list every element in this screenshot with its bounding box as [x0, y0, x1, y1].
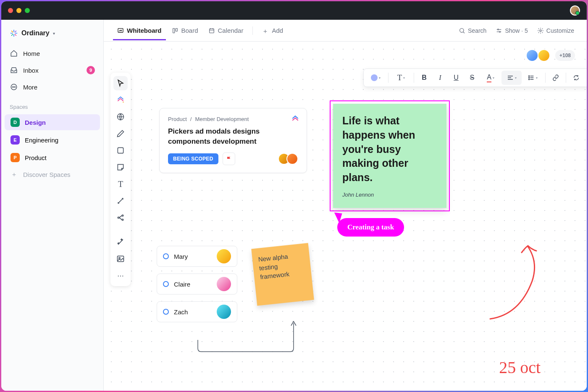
- list-button[interactable]: ▾: [522, 71, 543, 85]
- space-engineering[interactable]: E Engineering: [5, 132, 100, 148]
- person-card[interactable]: Zach: [157, 301, 237, 322]
- chevron-down-icon: ▾: [515, 76, 517, 80]
- nav-home[interactable]: Home: [1, 45, 103, 62]
- select-tool[interactable]: [113, 76, 128, 90]
- pencil-icon: [116, 129, 125, 138]
- window-controls[interactable]: [8, 8, 30, 13]
- text-tool[interactable]: T: [113, 177, 128, 191]
- more-icon: [10, 83, 18, 91]
- tab-label: Whiteboard: [127, 27, 162, 34]
- workspace-switcher[interactable]: Ordinary ▾: [1, 26, 103, 45]
- text-format-toolbar: ▾ T▾ B I U S A▾ ▾ ▾: [363, 68, 587, 87]
- maximize-window-icon[interactable]: [25, 8, 30, 13]
- tab-whiteboard[interactable]: Whiteboard: [113, 21, 166, 40]
- crumb-member-dev[interactable]: Member Development: [195, 116, 249, 122]
- svg-point-12: [528, 76, 529, 76]
- separator: [414, 73, 414, 83]
- discover-spaces[interactable]: ＋ Discover Spaces: [1, 166, 103, 183]
- flag-icon: [226, 156, 232, 162]
- link-button[interactable]: [548, 71, 563, 85]
- radio-icon[interactable]: [163, 253, 169, 259]
- text-icon: T: [118, 179, 123, 189]
- mindmap-tool[interactable]: [113, 210, 128, 225]
- sticky-note[interactable]: New alpha testing framework: [251, 243, 314, 305]
- web-tool[interactable]: [113, 110, 128, 124]
- space-design[interactable]: D Design: [5, 114, 100, 130]
- nav-inbox[interactable]: Inbox 9: [1, 62, 103, 79]
- view-tabs: Whiteboard Board Calendar ＋: [104, 20, 587, 42]
- underline-button[interactable]: U: [449, 71, 464, 85]
- color-swatch-icon: [371, 74, 378, 81]
- customize-label: Customize: [546, 27, 574, 34]
- task-card[interactable]: Product / Member Development Pickers ad …: [159, 108, 307, 173]
- space-badge: D: [10, 118, 20, 127]
- close-window-icon[interactable]: [8, 8, 13, 13]
- tab-label: Board: [181, 27, 198, 34]
- person-name: Mary: [174, 253, 188, 260]
- text-color-button[interactable]: A▾: [480, 71, 501, 85]
- tab-board[interactable]: Board: [168, 21, 202, 40]
- more-tools[interactable]: ⋯: [113, 268, 128, 283]
- bold-button[interactable]: B: [417, 71, 432, 85]
- pen-tool[interactable]: [113, 126, 128, 141]
- quote-author: John Lennon: [342, 192, 437, 198]
- align-button[interactable]: ▾: [501, 71, 522, 85]
- shape-tool[interactable]: [113, 143, 128, 158]
- connector-tool[interactable]: [113, 194, 128, 208]
- people-list: Mary Claire Zach: [157, 246, 237, 322]
- svg-point-22: [119, 258, 120, 259]
- square-icon: [116, 146, 125, 155]
- sticky-note-icon: [116, 163, 125, 171]
- more-button[interactable]: ⋯: [585, 71, 587, 85]
- tool-panel: + T ⋯: [110, 73, 131, 286]
- space-product[interactable]: P Product: [5, 150, 100, 166]
- assignees[interactable]: [281, 153, 298, 165]
- cursor-icon: [116, 79, 125, 87]
- workspace-name: Ordinary: [21, 29, 50, 37]
- breadcrumb: Product / Member Development: [168, 116, 298, 122]
- separator: [388, 73, 388, 83]
- add-view-button[interactable]: ＋ Add: [258, 21, 287, 40]
- nav-more[interactable]: More: [1, 79, 103, 95]
- ai-tool[interactable]: [113, 235, 128, 249]
- svg-text:+: +: [122, 100, 124, 104]
- quote-card-selected[interactable]: Life is what happens when you're busy ma…: [330, 100, 450, 211]
- minimize-window-icon[interactable]: [16, 8, 21, 13]
- fill-color-button[interactable]: ▾: [365, 71, 386, 85]
- show-button[interactable]: Show · 5: [492, 25, 531, 37]
- person-card[interactable]: Claire: [157, 274, 237, 295]
- hand-date-annotation: 25 oct: [499, 358, 541, 377]
- radio-icon[interactable]: [163, 281, 169, 287]
- search-button[interactable]: Search: [455, 25, 490, 37]
- svg-point-13: [528, 77, 529, 78]
- whiteboard-icon: [117, 27, 124, 34]
- text-style-button[interactable]: T▾: [391, 71, 411, 85]
- status-badge[interactable]: BEING SCOPED: [168, 153, 218, 164]
- priority-flag[interactable]: [223, 153, 235, 165]
- link-icon: [552, 74, 559, 81]
- customize-button[interactable]: Customize: [534, 25, 578, 37]
- image-tool[interactable]: [113, 252, 128, 266]
- italic-button[interactable]: I: [433, 71, 448, 85]
- whiteboard-canvas[interactable]: +108 ▾ T▾ B I U S A▾ ▾: [104, 42, 587, 391]
- svg-point-1: [12, 87, 13, 87]
- radio-icon[interactable]: [163, 309, 169, 315]
- sync-button[interactable]: [569, 71, 584, 85]
- chevron-down-icon: ▾: [379, 76, 381, 80]
- person-card[interactable]: Mary: [157, 246, 237, 267]
- profile-avatar[interactable]: [570, 5, 580, 16]
- tab-calendar[interactable]: Calendar: [204, 21, 248, 40]
- sliders-icon: [496, 27, 502, 34]
- sticky-tool[interactable]: [113, 160, 128, 174]
- tab-label: Calendar: [218, 27, 244, 34]
- inbox-badge: 9: [87, 66, 95, 74]
- strikethrough-button[interactable]: S: [465, 71, 480, 85]
- svg-rect-6: [176, 28, 177, 31]
- separator: [566, 73, 566, 83]
- clickup-tool[interactable]: +: [113, 93, 128, 107]
- space-badge: P: [10, 153, 20, 162]
- crumb-product[interactable]: Product: [168, 116, 187, 122]
- collaborators[interactable]: +108: [530, 49, 575, 62]
- nav-label: Inbox: [23, 67, 39, 74]
- clickup-logo-icon: [291, 115, 299, 123]
